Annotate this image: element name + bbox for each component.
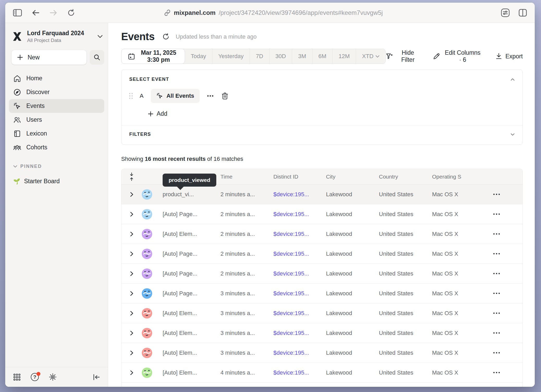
table-row[interactable]: [Auto] Elem...3 minutes a...$device:195.… (121, 303, 522, 323)
row-more-options-button[interactable] (485, 253, 500, 254)
expand-row-button[interactable] (130, 212, 133, 217)
range-today[interactable]: Today (185, 49, 212, 64)
country-cell: United States (379, 191, 432, 198)
expand-cell-wrap (121, 251, 142, 256)
table-row[interactable]: [Auto] Page...2 minutes a...$device:195.… (121, 244, 522, 264)
distinct-id-link[interactable]: $device:195... (273, 270, 326, 277)
row-more-options-button[interactable] (485, 233, 500, 235)
table-row[interactable]: [Auto] Page...2 minutes a...$device:195.… (121, 204, 522, 224)
row-more-options-button[interactable] (485, 194, 500, 195)
table-body: product_vi...2 minutes a...$device:195..… (121, 185, 522, 387)
expand-row-button[interactable] (130, 231, 133, 237)
sidebar-item-events[interactable]: Events (9, 99, 104, 113)
range-7d[interactable]: 7D (250, 49, 269, 64)
expand-row-button[interactable] (130, 370, 133, 375)
row-more-options-button[interactable] (485, 293, 500, 294)
table-row[interactable]: [Auto] Elem...3 minutes a...$device:195.… (121, 323, 522, 343)
date-controls-row: Mar 11, 2025 3:30 pm Today Yesterday 7D … (121, 49, 523, 64)
add-event-button[interactable]: Add (148, 110, 167, 117)
event-selector-pill[interactable]: All Events (151, 89, 200, 103)
refresh-button[interactable] (162, 33, 169, 40)
row-more-options-button[interactable] (485, 332, 500, 334)
range-yesterday[interactable]: Yesterday (212, 49, 250, 64)
browser-page-settings-button[interactable] (501, 8, 510, 17)
row-more-options-button[interactable] (485, 273, 500, 274)
delete-event-button[interactable] (222, 92, 228, 100)
range-12m[interactable]: 12M (332, 49, 356, 64)
expand-row-button[interactable] (130, 192, 133, 197)
distinct-id-link[interactable]: $device:195... (273, 191, 326, 198)
project-switcher[interactable]: Lord Farquaad 2024 All Project Data (11, 30, 103, 43)
header-country: Country (379, 174, 432, 180)
pinned-section-header[interactable]: PINNED (13, 164, 104, 169)
row-more-options-button[interactable] (485, 372, 500, 373)
expand-row-button[interactable] (130, 291, 133, 296)
expand-row-button[interactable] (130, 311, 133, 316)
browser-sidebar-toggle-button[interactable] (13, 9, 22, 16)
range-6m[interactable]: 6M (312, 49, 333, 64)
row-more-options-button[interactable] (485, 213, 500, 215)
sidebar-item-home[interactable]: Home (9, 71, 104, 85)
search-icon (94, 54, 100, 61)
table-row[interactable]: [Auto] Elem...2 minutes a...$device:195.… (121, 224, 522, 244)
range-3m[interactable]: 3M (292, 49, 312, 64)
os-cell: Mac OS X (432, 369, 485, 376)
distinct-id-link[interactable]: $device:195... (273, 350, 326, 356)
range-xtd[interactable]: XTD (356, 49, 385, 64)
row-more-options-button[interactable] (485, 352, 500, 353)
collapse-sidebar-button[interactable] (93, 374, 100, 381)
distinct-id-link[interactable]: $device:195... (273, 330, 326, 336)
sidebar-item-cohorts[interactable]: Cohorts (9, 140, 104, 154)
city-cell: Lakewood (326, 330, 379, 336)
distinct-id-link[interactable]: $device:195... (273, 211, 326, 218)
distinct-id-link[interactable]: $device:195... (273, 290, 326, 297)
expand-filters-button[interactable] (511, 133, 515, 136)
search-button[interactable] (90, 50, 104, 65)
distinct-id-link[interactable]: $device:195... (273, 231, 326, 237)
browser-back-button[interactable] (32, 9, 40, 16)
expand-row-button[interactable] (130, 251, 133, 256)
new-button[interactable]: New (11, 50, 87, 65)
table-row[interactable]: [Auto] Page...2 minutes a...$device:195.… (121, 264, 522, 284)
row-more-options-button[interactable] (485, 313, 500, 314)
avatar-cell-wrap (142, 308, 163, 318)
sidebar-item-lexicon[interactable]: Lexicon (9, 127, 104, 140)
compass-icon (13, 88, 21, 96)
distinct-id-link[interactable]: $device:195... (273, 369, 326, 376)
settings-button[interactable] (49, 373, 57, 381)
range-30d[interactable]: 30D (269, 49, 292, 64)
event-name-cell: [Auto] Elem... (163, 310, 220, 317)
help-button[interactable]: ? (31, 373, 39, 381)
browser-split-view-button[interactable] (519, 9, 527, 17)
sort-order-icon[interactable] (129, 172, 134, 181)
avatar-cell-wrap (142, 229, 163, 239)
browser-reload-button[interactable] (67, 9, 75, 17)
event-avatar (142, 328, 163, 338)
distinct-id-link[interactable]: $device:195... (273, 310, 326, 317)
distinct-id-link[interactable]: $device:195... (273, 250, 326, 257)
edit-columns-button[interactable]: Edit Columns · 6 (433, 49, 482, 63)
sidebar-item-discover[interactable]: Discover (9, 85, 104, 99)
hide-filter-button[interactable]: Hide Filter (386, 49, 419, 63)
event-more-options-button[interactable] (207, 95, 214, 97)
address-bar[interactable]: mixpanel.com/project/3472420/view/397469… (157, 9, 383, 16)
country-cell: United States (379, 231, 432, 237)
table-row[interactable]: [Auto] Elem...3 minutes a...$device:195.… (121, 343, 522, 363)
collapse-select-event-button[interactable] (511, 78, 515, 81)
sidebar-item-users[interactable]: Users (9, 113, 104, 127)
sidebar-item-starter-board[interactable]: 🌱 Starter Board (9, 174, 104, 188)
expand-row-button[interactable] (130, 271, 133, 276)
table-row[interactable]: [Auto] Elem...4 minutes a...$device:195.… (121, 363, 522, 383)
table-row[interactable]: [Auto] Page...3 minutes a...$device:195.… (121, 284, 522, 303)
event-name-cell: [Auto] Elem... (163, 350, 220, 356)
apps-grid-button[interactable] (13, 373, 21, 381)
date-picker-button[interactable]: Mar 11, 2025 3:30 pm (121, 49, 185, 64)
expand-row-button[interactable] (130, 350, 133, 356)
browser-forward-button[interactable] (50, 9, 57, 16)
table-row-partial[interactable] (121, 383, 522, 387)
time-cell: 3 minutes a... (220, 310, 273, 317)
event-avatar (142, 209, 163, 219)
expand-row-button[interactable] (130, 330, 133, 336)
export-button[interactable]: Export (495, 53, 523, 60)
drag-handle-icon[interactable] (129, 93, 133, 99)
